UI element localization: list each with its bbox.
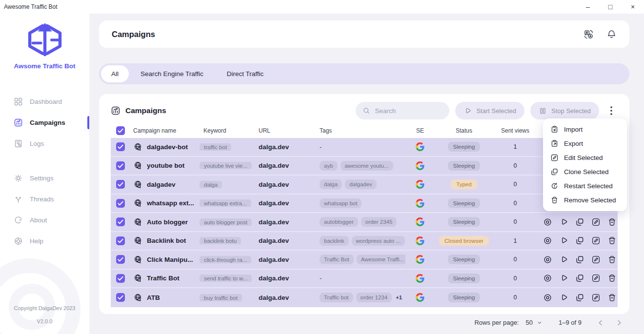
menu-item-export[interactable]: Export (543, 137, 627, 151)
row-checkbox[interactable] (116, 161, 125, 170)
search-input[interactable] (375, 107, 443, 115)
sidebar-item-threads[interactable]: Threads (0, 189, 89, 210)
row-action-start[interactable] (559, 255, 568, 264)
row-checkbox[interactable] (116, 199, 125, 208)
table-header: Campaign nameKeywordURLTagsSEStatusSent … (111, 123, 618, 138)
sidebar-nav: DashboardCampaignsLogsSettingsThreadsAbo… (0, 91, 89, 252)
next-page-button[interactable] (615, 318, 624, 327)
tab-direct-traffic[interactable]: Direct Traffic (215, 65, 276, 82)
row-checkbox[interactable] (116, 180, 125, 189)
row-action-delete[interactable] (607, 236, 617, 245)
row-action-delete[interactable] (607, 255, 617, 264)
table-row[interactable]: ATBbuy traffic botdalga.devTraffic botor… (111, 288, 618, 307)
row-actions (537, 255, 618, 264)
row-action-start[interactable] (559, 217, 568, 227)
sidebar-item-about[interactable]: About (0, 210, 89, 231)
tags-cell: autobloggerorder 2345 (318, 217, 405, 227)
row-checkbox[interactable] (116, 255, 125, 264)
row-action-edit[interactable] (591, 255, 601, 264)
campaign-name: Click Manipu... (147, 256, 193, 263)
url-cell: dalga.dev (257, 181, 318, 188)
table-row[interactable]: Backlink botbacklink botudalga.devbackli… (111, 232, 618, 251)
sidebar-item-logs[interactable]: Logs (0, 133, 89, 154)
menu-item-restart-selected[interactable]: Restart Selected (543, 179, 627, 193)
sent-views-cell: 0 (493, 294, 537, 301)
row-checkbox[interactable] (116, 142, 125, 151)
start-selected-label: Start Selected (476, 107, 516, 115)
row-action-start[interactable] (559, 236, 568, 245)
status-badge: Typed (451, 179, 477, 189)
previous-page-button[interactable] (596, 318, 605, 327)
row-action-start[interactable] (559, 293, 568, 302)
tag-chip: whatsapp bot (320, 198, 362, 208)
row-action-edit[interactable] (591, 236, 601, 245)
sidebar-item-dashboard[interactable]: Dashboard (0, 91, 89, 112)
row-checkbox[interactable] (116, 274, 125, 283)
table-row[interactable]: youtube botyoutube live vie...dalga.deva… (111, 157, 618, 176)
column-header: Tags (318, 127, 405, 134)
rows-per-page-select[interactable]: 50 (526, 319, 543, 326)
sidebar-item-settings[interactable]: Settings (0, 168, 89, 189)
row-action-view[interactable] (543, 274, 552, 283)
close-button[interactable]: × (622, 0, 644, 14)
google-icon (416, 199, 424, 208)
row-checkbox[interactable] (116, 293, 125, 302)
minimize-button[interactable]: – (577, 0, 599, 14)
row-checkbox[interactable] (116, 236, 125, 245)
tab-all[interactable]: All (101, 65, 129, 82)
row-action-clone[interactable] (575, 274, 584, 283)
tags-cell: - (318, 143, 405, 151)
notifications-bell-icon[interactable] (606, 29, 617, 39)
row-action-delete[interactable] (607, 293, 617, 302)
row-action-start[interactable] (559, 274, 568, 283)
chevron-down-icon (536, 319, 543, 326)
row-action-edit[interactable] (591, 293, 601, 302)
row-action-edit[interactable] (591, 217, 601, 227)
tag-chip: Awesome Traffi... (357, 255, 405, 264)
row-action-clone[interactable] (575, 217, 584, 227)
menu-item-label: Edit Selected (564, 154, 603, 161)
trash-icon (550, 196, 559, 204)
maximize-button[interactable]: □ (599, 0, 622, 14)
campaign-name-cell: Traffic Bot (130, 274, 196, 283)
row-action-delete[interactable] (607, 274, 617, 283)
more-options-button[interactable] (605, 104, 618, 117)
table-row[interactable]: Traffic Botsend traffic to w...dalga.dev… (111, 270, 618, 289)
auto-translate-icon[interactable] (584, 29, 594, 39)
tab-search-engine-traffic[interactable]: Search Engine Traffic (129, 65, 215, 82)
tags-cell: backlinkwordpress auto ... (318, 236, 405, 246)
row-action-view[interactable] (543, 293, 552, 302)
row-action-delete[interactable] (607, 217, 617, 227)
keyword-chip: send traffic to w... (200, 275, 252, 282)
search-icon (362, 107, 370, 115)
status-badge: Closed browser (439, 236, 489, 246)
row-action-view[interactable] (543, 236, 552, 245)
sidebar-item-campaigns[interactable]: Campaigns (0, 112, 89, 133)
row-action-edit[interactable] (591, 274, 601, 283)
table-row[interactable]: Auto bloggerauto blogger postdalga.devau… (111, 213, 618, 232)
menu-item-edit-selected[interactable]: Edit Selected (543, 151, 627, 165)
table-row[interactable]: whatsapp ext...whatsapp extra...dalga.de… (111, 195, 618, 214)
menu-item-import[interactable]: Import (543, 122, 627, 137)
row-action-clone[interactable] (575, 255, 584, 264)
row-action-view[interactable] (543, 255, 552, 264)
row-checkbox[interactable] (116, 217, 125, 226)
sidebar-item-help[interactable]: Help (0, 231, 89, 252)
status-cell: Sleeping (435, 217, 493, 227)
row-action-clone[interactable] (575, 236, 584, 245)
row-action-clone[interactable] (575, 293, 584, 302)
search-box[interactable] (356, 102, 449, 119)
menu-item-clone-selected[interactable]: Clone Selected (543, 165, 627, 179)
search-engine-cell (405, 199, 435, 208)
menu-item-remove-selected[interactable]: Remove Selected (543, 193, 627, 207)
google-icon (416, 217, 424, 226)
row-action-view[interactable] (543, 217, 552, 227)
table-row[interactable]: dalgadevdalgadalga.devdalgadalgadevTyped… (111, 176, 618, 195)
stop-selected-button[interactable]: Stop Selected (530, 102, 599, 119)
start-selected-button[interactable]: Start Selected (455, 102, 524, 119)
table-row[interactable]: dalgadev-bottraffic botdalga.dev-Sleepin… (111, 138, 618, 157)
select-all-checkbox[interactable] (116, 126, 125, 135)
table-row[interactable]: Click Manipu...click-through ra...dalga.… (111, 251, 618, 270)
tags-more-count: +1 (396, 295, 402, 300)
menu-item-label: Clone Selected (564, 168, 609, 176)
